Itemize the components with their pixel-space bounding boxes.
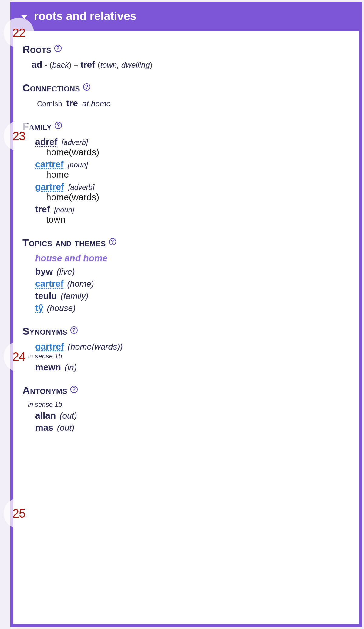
panel-title: roots and relatives [34,10,136,23]
chevron-down-icon [21,15,27,19]
family-pos: [noun] [68,161,88,169]
help-icon[interactable]: ? [70,386,78,393]
root-sep-1: - ( [45,60,52,70]
section-title-topics: Topics and themes ? [22,237,348,249]
family-definition: home(wards) [46,192,348,202]
synonym-entries: gartref (home(wards)) [35,341,348,352]
help-icon[interactable]: ? [83,83,90,91]
section-topics: Topics and themes ? house and home byw (… [22,237,348,313]
help-icon[interactable]: ? [109,238,116,245]
section-synonyms: Synonyms ? gartref (home(wards)) in sens… [22,325,348,372]
topic-gloss: (live) [56,267,75,276]
synonym-entry: mewn (in) [35,362,348,372]
section-title-text: Family [22,121,52,132]
topic-entry: teulu (family) [35,291,348,301]
synonym-entry: gartref (home(wards)) [35,341,348,352]
section-title-text: Synonyms [22,325,67,337]
topic-gloss: (family) [60,291,88,301]
topic-entry: tŷ (house) [35,303,348,313]
family-pos: [adverb] [68,183,95,191]
family-entry: adref [adverb] home(wards) [35,137,348,157]
connection-language: Cornish [37,100,62,108]
section-title-roots: Roots ? [22,43,348,55]
family-definition: home(wards) [46,147,348,157]
family-pos: [noun] [54,206,74,214]
topic-heading[interactable]: house and home [35,253,348,263]
sense-note: in sense 1b [28,401,348,409]
section-roots: Roots ? ad - (back) + tref (town, dwelli… [22,43,348,70]
root-close-2: ) [150,60,153,70]
connection-row: Cornish tre at home [37,98,348,108]
section-title-antonyms: Antonyms ? [22,385,348,396]
section-title-text: Connections [22,82,80,94]
roots-and-relatives-panel: roots and relatives Roots ? ad - (back) … [10,2,362,627]
help-icon[interactable]: ? [54,45,62,52]
section-title-text: Antonyms [22,385,67,396]
family-word-link[interactable]: cartref [35,159,63,169]
connection-gloss: at home [82,99,111,108]
topic-word: byw [35,266,53,276]
antonym-word: mas [35,422,53,432]
section-title-connections: Connections ? [22,82,348,94]
antonym-entry: allan (out) [35,410,348,421]
root-gloss-1: back [52,60,69,70]
section-title-text: Roots [22,43,51,55]
section-connections: Connections ? Cornish tre at home [22,82,348,108]
topic-entries: byw (live) cartref (home) teulu (family)… [35,266,348,313]
antonym-entry: mas (out) [35,422,348,433]
synonym-gloss: (home(wards)) [68,342,123,351]
connection-word: tre [66,98,78,108]
section-family: Family ? adref [adverb] home(wards) cart… [22,121,348,225]
family-word-link[interactable]: gartref [35,182,64,192]
topic-entry: cartref (home) [35,279,348,289]
antonym-entries: allan (out) mas (out) [35,410,348,433]
panel-body: Roots ? ad - (back) + tref (town, dwelli… [13,31,359,443]
family-word-link[interactable]: adref [35,137,57,147]
synonym-word-link[interactable]: gartref [35,341,64,351]
roots-etymology: ad - (back) + tref (town, dwelling) [32,60,348,70]
page-root: 22 23 24 25 roots and relatives Roots ? … [0,0,364,629]
synonym-word: mewn [35,362,61,372]
topic-gloss: (house) [47,303,76,313]
root-gloss-2: town, dwelling [100,60,150,70]
family-definition: home [46,169,348,180]
family-pos: [adverb] [62,138,88,146]
family-entries: adref [adverb] home(wards) cartref [noun… [35,137,348,225]
antonym-word: allan [35,410,56,420]
topic-gloss: (home) [67,279,94,289]
root-close-1: ) + [69,60,80,70]
topic-word-link[interactable]: tŷ [35,303,43,313]
synonym-entries-b: mewn (in) [35,362,348,372]
synonym-gloss: (in) [65,363,77,372]
family-word: tref [35,204,50,214]
section-antonyms: Antonyms ? in sense 1b allan (out) mas (… [22,385,348,433]
topic-word-link[interactable]: cartref [35,279,63,289]
root-word-2: tref [80,60,95,70]
antonym-gloss: (out) [57,423,75,432]
help-icon[interactable]: ? [55,122,62,129]
panel-header[interactable]: roots and relatives [13,5,359,31]
section-title-family: Family ? [22,121,348,132]
family-entry: cartref [noun] home [35,159,348,180]
family-entry: tref [noun] town [35,204,348,225]
help-icon[interactable]: ? [70,326,78,334]
section-title-synonyms: Synonyms ? [22,325,348,337]
antonym-gloss: (out) [59,411,77,420]
family-definition: town [46,214,348,225]
root-word-1: ad [32,60,42,70]
section-title-text: Topics and themes [22,237,106,249]
family-entry: gartref [adverb] home(wards) [35,182,348,202]
sense-note: in sense 1b [28,352,348,360]
topic-word: teulu [35,291,57,301]
topic-entry: byw (live) [35,266,348,277]
